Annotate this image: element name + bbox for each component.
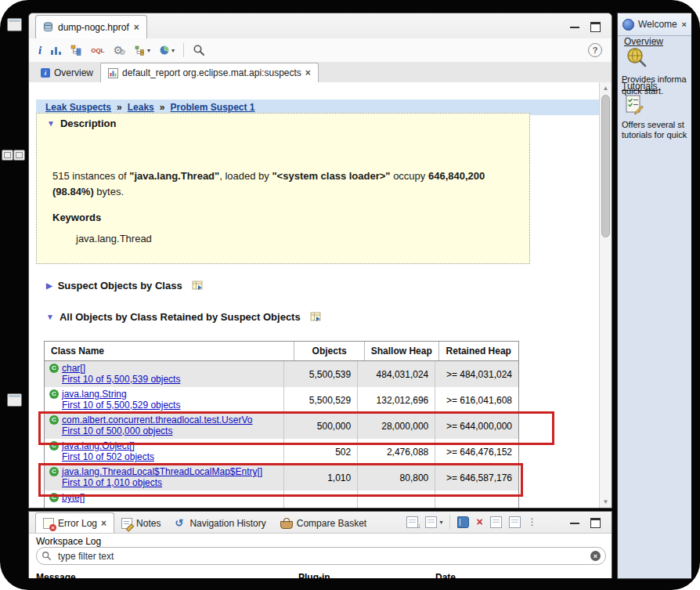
table-row: Cjava.lang.StringFirst 10 of 5,500,529 o…: [45, 387, 518, 413]
overview-info-icon[interactable]: i: [38, 43, 41, 57]
tutorials-checklist-icon[interactable]: [625, 95, 644, 114]
import-log-icon[interactable]: [457, 516, 469, 528]
minimize-icon[interactable]: [570, 27, 579, 28]
search-icon[interactable]: [193, 43, 205, 57]
tab-dump-nogc-hprof[interactable]: dump-nogc.hprof ×: [35, 15, 147, 38]
twistie-expanded-icon[interactable]: ▼: [47, 119, 55, 128]
class-name-line: Cjava.lang.String: [49, 389, 283, 400]
scroll-down-icon[interactable]: ▼: [600, 497, 612, 507]
first-objects-link[interactable]: First 10 of 5,500,539 objects: [62, 374, 283, 385]
suspect-objects-section-header[interactable]: ▶ Suspect Objects by Class: [46, 280, 204, 291]
restore-panel-icon[interactable]: [7, 393, 22, 407]
collapsed-view-icon[interactable]: [13, 150, 25, 161]
tab-notes[interactable]: Notes: [114, 513, 168, 533]
welcome-icon: [622, 19, 634, 31]
description-box: ▼ Description 515 instances of "java.lan…: [36, 113, 530, 264]
table-row: Cjava.lang.ThreadLocal$ThreadLocalMap$En…: [45, 465, 518, 490]
overview-globe-icon[interactable]: [626, 46, 647, 67]
first-objects-link[interactable]: First 10 of 502 objects: [62, 451, 283, 462]
close-icon[interactable]: ×: [134, 22, 139, 33]
tab-label: Compare Basket: [297, 518, 366, 529]
breadcrumb-separator: »: [117, 102, 122, 113]
tab-compare-basket[interactable]: Compare Basket: [273, 513, 373, 533]
welcome-tab[interactable]: Welcome ×: [618, 13, 691, 36]
window-buttons: [570, 518, 612, 533]
column-header-date[interactable]: Date: [435, 572, 529, 578]
oql-icon[interactable]: OQL: [91, 43, 104, 57]
column-header-class-name[interactable]: Class Name: [45, 342, 294, 360]
column-header-message[interactable]: Message: [36, 572, 298, 578]
description-text: occupy: [391, 170, 428, 182]
section-title: All Objects by Class Retained by Suspect…: [60, 311, 301, 323]
twistie-collapsed-icon[interactable]: ▶: [46, 281, 52, 290]
column-header-objects[interactable]: Objects: [294, 342, 364, 360]
thread-overview-gears-icon[interactable]: ⚙⚙: [114, 43, 127, 57]
class-name-link[interactable]: com.albert.concurrent.threadlocal.test.U…: [62, 414, 252, 425]
scrollbar-thumb[interactable]: [601, 95, 610, 237]
breadcrumb-link[interactable]: Leaks: [128, 102, 154, 113]
breadcrumb-link[interactable]: Leak Suspects: [45, 102, 111, 113]
class-name-link[interactable]: java.lang.String: [62, 389, 127, 400]
class-icon: C: [49, 364, 59, 373]
search-icon: [41, 551, 52, 561]
twistie-expanded-icon[interactable]: ▼: [46, 313, 54, 321]
class-name-line: Cjava.lang.Object[]: [49, 440, 283, 451]
maximize-icon[interactable]: [590, 22, 601, 32]
class-name-link[interactable]: java.lang.ThreadLocal$ThreadLocalMap$Ent…: [62, 466, 262, 477]
window-buttons: [570, 22, 612, 38]
first-objects-link[interactable]: First 10 of 5,500,529 objects: [62, 400, 283, 411]
shallow-heap-cell: 2,476,088: [357, 439, 435, 465]
column-header-retained-heap[interactable]: Retained Heap: [438, 342, 518, 360]
histogram-icon[interactable]: [50, 43, 62, 57]
first-objects-link[interactable]: First 10 of 1,010 objects: [62, 477, 283, 488]
bottom-tab-bar-container: Error Log×NotesNavigation HistoryCompare…: [29, 512, 612, 534]
close-icon[interactable]: ×: [305, 67, 311, 78]
filter-field[interactable]: ×: [36, 547, 606, 565]
all-objects-section-header[interactable]: ▼ All Objects by Class Retained by Suspe…: [46, 311, 322, 323]
filter-input[interactable]: [56, 550, 586, 563]
notes-icon: [121, 518, 132, 529]
overview-link[interactable]: Overview: [624, 36, 663, 47]
export-log-icon[interactable]: ↓: [406, 516, 418, 528]
restore-panel-icon[interactable]: [7, 18, 22, 31]
restore-log-icon[interactable]: [509, 516, 521, 528]
objects-cell: 500,000: [283, 413, 357, 439]
delete-log-icon[interactable]: ×: [476, 517, 482, 527]
class-name-cell: Cbyte[]: [45, 490, 283, 508]
open-in-table-icon[interactable]: [192, 281, 204, 291]
clear-log-icon[interactable]: [490, 516, 502, 528]
toolbar-separator: [449, 515, 450, 529]
tab-overview[interactable]: i Overview: [34, 63, 100, 82]
vertical-scrollbar[interactable]: ▲ ▼: [599, 82, 612, 508]
tab-error-log[interactable]: Error Log×: [35, 512, 114, 533]
description-text: "java.lang.Thread": [129, 170, 219, 182]
open-log-icon[interactable]: [425, 516, 437, 528]
column-header-shallow-heap[interactable]: Shallow Heap: [364, 342, 438, 360]
class-name-link[interactable]: char[]: [62, 363, 85, 374]
close-icon[interactable]: ×: [682, 20, 687, 29]
keyword-value: java.lang.Thread: [76, 233, 152, 244]
maximize-icon[interactable]: [590, 518, 601, 528]
tab-navigation-history[interactable]: Navigation History: [168, 513, 272, 533]
class-name-link[interactable]: java.lang.Object[]: [62, 440, 135, 451]
dominator-tree-icon[interactable]: [70, 43, 82, 57]
open-in-table-icon[interactable]: [310, 312, 322, 322]
chevron-down-icon[interactable]: ▾: [439, 519, 442, 526]
help-icon[interactable]: ?: [588, 43, 602, 57]
breadcrumb-link[interactable]: Problem Suspect 1: [170, 102, 254, 113]
minimize-icon[interactable]: [570, 523, 579, 524]
retained-heap-cell: >= 646,476,152: [435, 439, 518, 465]
first-objects-link[interactable]: First 10 of 500,000 objects: [62, 425, 283, 436]
run-report-dropdown[interactable]: ▾: [159, 43, 175, 57]
scroll-up-icon[interactable]: ▲: [600, 83, 612, 93]
class-name-link[interactable]: byte[]: [62, 492, 85, 503]
collapsed-view-icon[interactable]: [2, 150, 13, 161]
tab-suspects-report[interactable]: default_report org.eclipse.mat.api:suspe…: [100, 63, 319, 82]
clear-filter-icon[interactable]: ×: [590, 551, 601, 561]
close-icon[interactable]: ×: [101, 518, 106, 529]
overflow-menu-icon[interactable]: ⋮: [528, 516, 537, 527]
column-header-plugin[interactable]: Plug-in: [298, 572, 435, 578]
bottom-tab-bar: Error Log×NotesNavigation HistoryCompare…: [35, 512, 373, 533]
description-section-header[interactable]: ▼ Description: [47, 118, 116, 129]
query-browser-dropdown[interactable]: ▾: [135, 43, 150, 57]
